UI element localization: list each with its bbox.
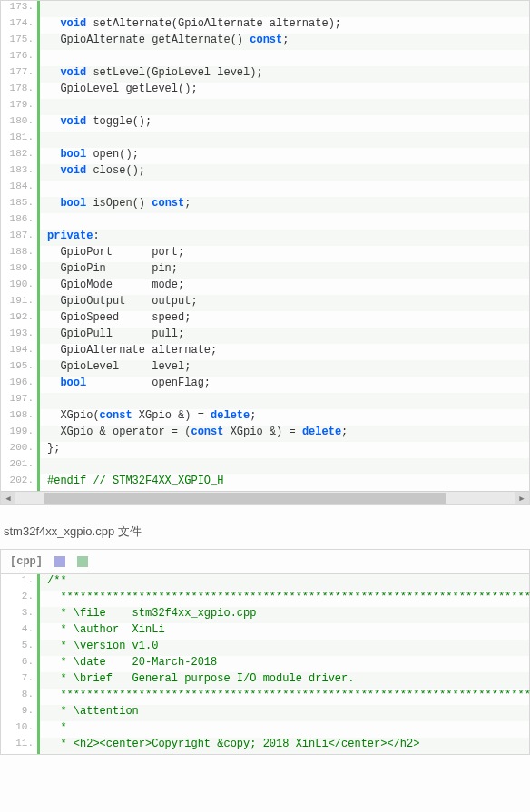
code-block-top: 173.174. void setAlternate(GpioAlternate…: [0, 0, 530, 505]
code-line: 9. * \attention: [1, 705, 529, 721]
code-line: 180. void toggle();: [1, 115, 529, 132]
line-number: 188.: [1, 246, 40, 262]
code-header: [cpp]: [1, 550, 529, 574]
line-number: 4.: [1, 623, 40, 640]
line-number: 11.: [1, 738, 40, 754]
code-text: [40, 132, 529, 148]
code-line: 199. XGpio & operator = (const XGpio &) …: [1, 426, 529, 442]
line-number: 202.: [1, 474, 40, 491]
code-text: * \brief General purpose I/O module driv…: [40, 672, 529, 689]
code-text: /**: [40, 574, 529, 591]
line-number: 195.: [1, 360, 40, 377]
section-title: stm32f4xx_xgpio.cpp 文件: [4, 523, 530, 540]
code-text: *: [40, 721, 529, 738]
code-line: 183. void close();: [1, 164, 529, 181]
line-number: 179.: [1, 99, 40, 115]
code-line: 178. GpioLevel getLevel();: [1, 83, 529, 99]
line-number: 187.: [1, 230, 40, 246]
code-line: 8. *************************************…: [1, 689, 529, 705]
code-line: 10. *: [1, 721, 529, 738]
line-number: 177.: [1, 66, 40, 83]
code-text: * \author XinLi: [40, 623, 529, 640]
line-number: 3.: [1, 607, 40, 623]
code-text: [40, 393, 529, 409]
code-line: 186.: [1, 213, 529, 230]
code-text: * \file stm32f4xx_xgpio.cpp: [40, 607, 529, 623]
scroll-left-icon[interactable]: ◀: [1, 492, 15, 504]
code-line: 1./**: [1, 574, 529, 591]
code-line: 195. GpioLevel level;: [1, 360, 529, 377]
code-line: 181.: [1, 132, 529, 148]
line-number: 198.: [1, 409, 40, 426]
line-number: 7.: [1, 672, 40, 689]
code-line: 197.: [1, 393, 529, 409]
code-text: GpioMode mode;: [40, 279, 529, 295]
line-number: 181.: [1, 132, 40, 148]
code-text: XGpio & operator = (const XGpio &) = del…: [40, 426, 529, 442]
code-text: * \version v1.0: [40, 640, 529, 656]
line-number: 174.: [1, 17, 40, 34]
line-number: 190.: [1, 279, 40, 295]
line-number: 178.: [1, 83, 40, 99]
code-line: 202.#endif // STM32F4XX_XGPIO_H: [1, 474, 529, 491]
scroll-track[interactable]: [15, 492, 515, 504]
code-line: 3. * \file stm32f4xx_xgpio.cpp: [1, 607, 529, 623]
h-scrollbar[interactable]: ◀ ▶: [1, 491, 529, 504]
copy-icon[interactable]: [77, 556, 88, 567]
code-line: 200.};: [1, 442, 529, 458]
view-plain-icon[interactable]: [54, 556, 65, 567]
code-text: XGpio(const XGpio &) = delete;: [40, 409, 529, 426]
line-number: 173.: [1, 1, 40, 17]
line-number: 9.: [1, 705, 40, 721]
code-line: 174. void setAlternate(GpioAlternate alt…: [1, 17, 529, 34]
line-number: 182.: [1, 148, 40, 164]
line-number: 189.: [1, 262, 40, 279]
scroll-right-icon[interactable]: ▶: [515, 492, 529, 504]
line-number: 10.: [1, 721, 40, 738]
code-text: [40, 1, 529, 17]
line-number: 191.: [1, 295, 40, 311]
code-lines: 1./**2. ********************************…: [1, 574, 529, 754]
code-text: bool isOpen() const;: [40, 197, 529, 213]
line-number: 186.: [1, 213, 40, 230]
code-text: [40, 458, 529, 474]
line-number: 185.: [1, 197, 40, 213]
code-text: [40, 50, 529, 66]
code-text: [40, 99, 529, 115]
line-number: 175.: [1, 34, 40, 50]
line-number: 5.: [1, 640, 40, 656]
line-number: 199.: [1, 426, 40, 442]
code-text: GpioSpeed speed;: [40, 311, 529, 328]
code-text: [40, 181, 529, 197]
code-line: 189. GpioPin pin;: [1, 262, 529, 279]
code-line: 11. * <h2><center>Copyright &copy; 2018 …: [1, 738, 529, 754]
code-text: void close();: [40, 164, 529, 181]
code-text: GpioPin pin;: [40, 262, 529, 279]
line-number: 193.: [1, 328, 40, 344]
code-line: 198. XGpio(const XGpio &) = delete;: [1, 409, 529, 426]
line-number: 1.: [1, 574, 40, 591]
line-number: 201.: [1, 458, 40, 474]
code-line: 193. GpioPull pull;: [1, 328, 529, 344]
code-line: 185. bool isOpen() const;: [1, 197, 529, 213]
code-line: 188. GpioPort port;: [1, 246, 529, 262]
code-line: 6. * \date 20-March-2018: [1, 656, 529, 672]
code-line: 176.: [1, 50, 529, 66]
code-text: private:: [40, 230, 529, 246]
code-text: GpioPull pull;: [40, 328, 529, 344]
code-text: bool open();: [40, 148, 529, 164]
code-text: GpioPort port;: [40, 246, 529, 262]
code-text: GpioLevel getLevel();: [40, 83, 529, 99]
code-text: * <h2><center>Copyright &copy; 2018 XinL…: [40, 738, 529, 754]
code-text: * \attention: [40, 705, 529, 721]
code-text: [40, 213, 529, 230]
code-line: 182. bool open();: [1, 148, 529, 164]
code-line: 177. void setLevel(GpioLevel level);: [1, 66, 529, 83]
code-text: GpioLevel level;: [40, 360, 529, 377]
code-line: 194. GpioAlternate alternate;: [1, 344, 529, 360]
code-text: void setLevel(GpioLevel level);: [40, 66, 529, 83]
line-number: 194.: [1, 344, 40, 360]
scroll-thumb[interactable]: [44, 493, 446, 504]
code-line: 7. * \brief General purpose I/O module d…: [1, 672, 529, 689]
code-line: 190. GpioMode mode;: [1, 279, 529, 295]
